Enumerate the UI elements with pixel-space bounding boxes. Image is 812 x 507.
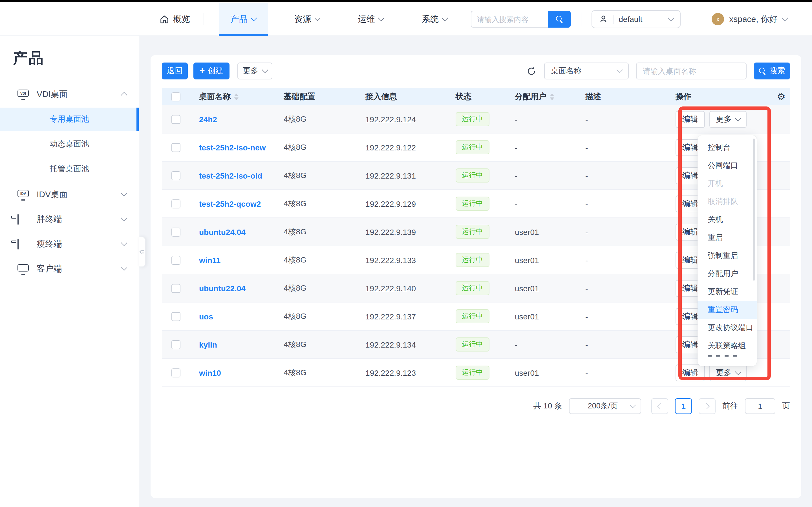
sidebar-item-vdi-desktop[interactable]: VDI VDI桌面 — [0, 82, 139, 107]
sidebar-item-idv-desktop[interactable]: IDV IDV桌面 — [0, 182, 139, 207]
client-monitor-icon — [17, 264, 29, 273]
sidebar: 产品 VDI VDI桌面 专用桌面池 动态桌面池 托管桌面池 IDV — [0, 36, 139, 507]
nav-tab-product[interactable]: 产品 — [219, 2, 268, 36]
col-assigned-user[interactable]: 分配用户 — [506, 92, 576, 102]
row-checkbox[interactable] — [171, 284, 181, 293]
chevron-down-icon — [617, 67, 623, 73]
row-checkbox[interactable] — [171, 340, 181, 349]
back-button[interactable]: 返回 — [162, 62, 188, 79]
dropdown-menu-item[interactable]: 更新凭证 — [698, 283, 757, 301]
desktop-name-link[interactable]: win10 — [199, 368, 221, 377]
chevron-up-icon — [121, 92, 128, 99]
sidebar-item-fat-terminal[interactable]: 胖终端 — [0, 207, 139, 231]
sidebar-collapse-handle[interactable] — [139, 237, 146, 267]
dropdown-menu-item[interactable]: 开机 — [698, 175, 757, 193]
sidebar-item-dynamic-pool[interactable]: 动态桌面池 — [0, 132, 139, 156]
desktop-name-link[interactable]: test-25h2-iso-new — [199, 143, 266, 152]
dropdown-menu-item[interactable]: 关联策略组 — [698, 337, 757, 355]
toolbar-more-button[interactable]: 更多 — [238, 62, 272, 79]
sidebar-item-managed-pool[interactable]: 托管桌面池 — [0, 157, 139, 181]
sort-icon[interactable] — [234, 93, 239, 100]
assigned-user-cell: user01 — [506, 312, 576, 321]
desktop-name-link[interactable]: uos — [199, 312, 213, 321]
sidebar-item-client[interactable]: 客户端 — [0, 256, 139, 281]
row-checkbox[interactable] — [171, 171, 181, 180]
sidebar-item-dedicated-pool[interactable]: 专用桌面池 — [0, 108, 139, 131]
nav-item-overview[interactable]: 概览 — [160, 2, 190, 36]
nav-tab-ops[interactable]: 运维 — [346, 2, 395, 36]
dropdown-menu-item[interactable]: 控制台 — [698, 138, 757, 157]
home-icon — [160, 14, 169, 24]
page-number-1[interactable]: 1 — [675, 398, 692, 414]
dropdown-scrollbar-thumb[interactable] — [753, 138, 755, 281]
base-config-cell: 4核8G — [274, 227, 356, 237]
sidebar-item-thin-terminal[interactable]: 瘦终端 — [0, 231, 139, 256]
user-menu[interactable]: x xspace, 你好 — [712, 13, 787, 25]
row-checkbox[interactable] — [171, 256, 181, 265]
access-info-cell: 192.222.9.133 — [356, 256, 447, 265]
dropdown-menu-item[interactable]: 分配用户 — [698, 265, 757, 283]
assigned-user-cell: - — [506, 143, 576, 152]
search-button[interactable]: 搜索 — [754, 62, 790, 79]
thin-terminal-icon — [17, 239, 29, 248]
row-checkbox[interactable] — [171, 143, 181, 152]
row-more-button[interactable]: 更多 — [709, 111, 747, 128]
row-checkbox[interactable] — [171, 227, 181, 236]
create-button[interactable]: + 创建 — [193, 62, 230, 79]
table-row: test-25h2-iso-new 4核8G 192.222.9.122 运行中… — [162, 133, 790, 162]
access-info-cell: 192.222.9.129 — [356, 199, 447, 208]
dropdown-menu-item[interactable]: 关机 — [698, 211, 757, 229]
desktop-name-link[interactable]: win11 — [199, 256, 220, 265]
header-checkbox-cell — [162, 92, 190, 101]
chevron-down-icon — [262, 67, 268, 73]
refresh-icon[interactable] — [526, 66, 537, 76]
select-all-checkbox[interactable] — [171, 92, 181, 101]
row-checkbox[interactable] — [171, 368, 181, 377]
column-settings-gear-icon[interactable]: ⚙ — [777, 92, 786, 101]
dropdown-menu-item[interactable]: 取消排队 — [698, 193, 757, 211]
col-desktop-name[interactable]: 桌面名称 — [190, 92, 274, 102]
nav-tab-system[interactable]: 系统 — [410, 2, 459, 36]
workspace-select[interactable]: default — [592, 10, 680, 28]
create-label: 创建 — [207, 66, 223, 76]
desktop-name-link[interactable]: kylin — [199, 340, 217, 349]
nav-tab-resource[interactable]: 资源 — [283, 2, 332, 36]
user-greeting: xspace, 你好 — [729, 14, 777, 24]
chevron-down-icon — [251, 15, 257, 21]
description-cell: - — [576, 199, 666, 208]
next-page-button[interactable] — [699, 398, 716, 414]
dropdown-menu-item[interactable]: 公网端口 — [698, 157, 757, 175]
description-cell: - — [576, 368, 666, 377]
description-cell: - — [576, 284, 666, 293]
dropdown-menu-item[interactable]: 强制重启 — [698, 247, 757, 265]
global-search-input[interactable] — [471, 11, 548, 27]
chevron-down-icon — [121, 215, 128, 221]
desktop-name-link[interactable]: ubuntu24.04 — [199, 227, 246, 236]
edit-button[interactable]: 编辑 — [675, 111, 705, 128]
row-checkbox[interactable] — [171, 199, 181, 208]
desktop-name-input[interactable] — [636, 62, 747, 79]
page-size-select[interactable]: 200条/页 — [569, 398, 641, 414]
edit-button[interactable]: 编辑 — [675, 364, 705, 381]
row-checkbox[interactable] — [171, 115, 181, 124]
filter-field-select[interactable]: 桌面名称 — [544, 62, 629, 79]
dropdown-menu-item[interactable]: 重启 — [698, 229, 757, 247]
desktop-name-link[interactable]: test-25h2-iso-old — [199, 171, 262, 180]
prev-page-button[interactable] — [651, 398, 668, 414]
col-actions: 操作 ⚙ — [666, 92, 790, 102]
desktop-name-link[interactable]: ubuntu22.04 — [199, 284, 246, 293]
table-header: 桌面名称 基础配置 接入信息 状态 分配用户 描述 操作 ⚙ — [162, 88, 790, 105]
workspace-value: default — [619, 15, 664, 24]
row-checkbox[interactable] — [171, 312, 181, 321]
row-more-button[interactable]: 更多 — [709, 364, 747, 381]
global-search-button[interactable] — [548, 11, 571, 27]
desktop-name-link[interactable]: 24h2 — [199, 115, 217, 124]
desktop-name-link[interactable]: test-25h2-qcow2 — [199, 199, 261, 208]
dropdown-menu-item-clipped[interactable] — [698, 355, 757, 362]
sort-icon[interactable] — [550, 93, 554, 100]
goto-page-input[interactable] — [745, 398, 775, 414]
assigned-user-cell: - — [506, 340, 576, 349]
dropdown-menu-item[interactable]: 重置密码 — [698, 301, 757, 319]
dropdown-menu-item[interactable]: 更改协议端口 — [698, 319, 757, 337]
screen-top-strip — [0, 0, 812, 2]
